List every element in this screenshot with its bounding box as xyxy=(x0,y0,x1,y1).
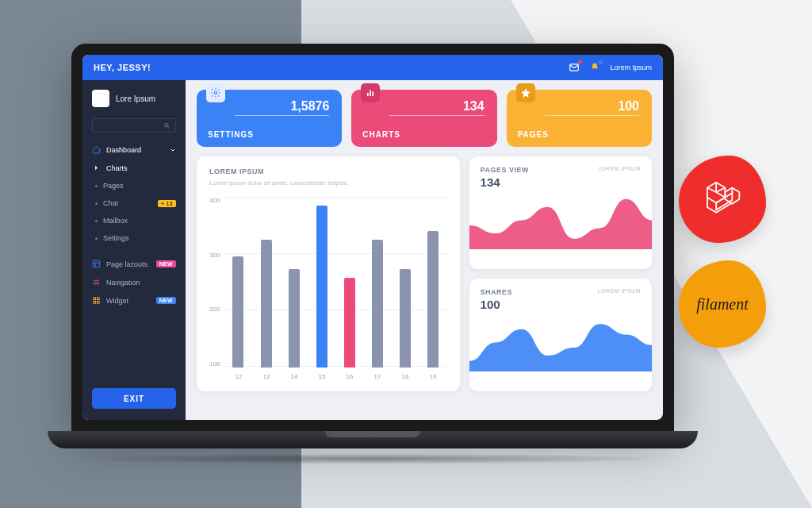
card-title: PAGES xyxy=(518,130,549,139)
sidebar: Lore Ipsum Dashboard Charts xyxy=(82,80,186,420)
new-badge: NEW xyxy=(156,297,176,304)
bar xyxy=(316,206,327,368)
mail-icon[interactable] xyxy=(569,62,580,73)
bar xyxy=(427,231,439,368)
topbar-user-label[interactable]: Lorem Ipsum xyxy=(610,64,652,71)
panel-value: 134 xyxy=(481,175,529,189)
chevron-right-icon xyxy=(92,164,101,172)
card-value: 100 xyxy=(618,99,639,114)
star-icon xyxy=(516,83,535,102)
new-badge: NEW xyxy=(156,260,176,267)
panel-meta: LOREM IPSUM xyxy=(597,166,641,171)
laravel-icon xyxy=(700,177,745,221)
stat-card-settings[interactable]: 1,5876SETTINGS xyxy=(197,90,342,147)
sidebar-item-widget[interactable]: Widget NEW xyxy=(82,291,186,310)
panel-title: LOREM IPSUM xyxy=(209,167,447,175)
search-input[interactable] xyxy=(92,118,176,133)
sidebar-item-chat[interactable]: Chat+ 13 xyxy=(82,194,186,212)
exit-button[interactable]: EXIT xyxy=(92,388,176,409)
topbar: HEY, JESSY! Lorem Ipsum xyxy=(82,55,663,80)
panel-title: SHARES xyxy=(481,288,513,296)
panel-value: 100 xyxy=(481,298,513,311)
card-value: 1,5876 xyxy=(290,99,329,114)
sidebar-item-charts[interactable]: Charts xyxy=(82,159,186,177)
bar xyxy=(372,240,383,368)
filament-label: filament xyxy=(696,295,749,314)
sidebar-item-settings[interactable]: Settings xyxy=(82,229,186,247)
main-content: 1,5876SETTINGS134CHARTS100PAGES LOREM IP… xyxy=(186,80,663,420)
bar xyxy=(261,240,272,368)
svg-rect-9 xyxy=(370,90,371,97)
card-title: CHARTS xyxy=(362,130,400,139)
bell-icon[interactable] xyxy=(589,62,600,73)
avatar xyxy=(92,90,109,107)
chart-bars: 1213141516171819 xyxy=(224,197,446,380)
panel-subtitle: Lorem ipsum dolor sit amet, consectetuer… xyxy=(209,179,447,187)
home-icon xyxy=(92,145,101,154)
sidebar-item-pages[interactable]: Pages xyxy=(82,177,186,194)
stat-card-pages[interactable]: 100PAGES xyxy=(507,90,652,147)
laptop-frame: HEY, JESSY! Lorem Ipsum Lore Ipsum xyxy=(71,44,674,464)
chat-badge: + 13 xyxy=(158,200,176,207)
svg-rect-5 xyxy=(94,301,96,303)
pages-view-panel: PAGES VIEW 134 LOREM IPSUM xyxy=(469,156,652,269)
svg-rect-8 xyxy=(367,93,369,96)
profile-name: Lore Ipsum xyxy=(116,94,155,103)
svg-rect-3 xyxy=(94,298,96,300)
sidebar-item-dashboard[interactable]: Dashboard xyxy=(82,140,186,159)
profile-block[interactable]: Lore Ipsum xyxy=(82,88,186,115)
bar xyxy=(289,269,300,368)
chart-x-axis: 1213141516171819 xyxy=(224,373,446,380)
bar xyxy=(344,278,355,368)
search-icon xyxy=(163,122,170,129)
chevron-down-icon xyxy=(170,147,176,153)
shares-panel: SHARES 100 LOREM IPSUM xyxy=(469,279,652,391)
panel-meta: LOREM IPSUM xyxy=(597,288,641,294)
layout-icon xyxy=(92,260,101,268)
greeting-text: HEY, JESSY! xyxy=(94,63,151,72)
area-chart-shares xyxy=(469,316,652,371)
card-value: 134 xyxy=(463,99,485,114)
card-title: SETTINGS xyxy=(208,130,254,139)
menu-icon xyxy=(92,278,101,287)
panel-title: PAGES VIEW xyxy=(481,166,529,174)
stat-card-charts[interactable]: 134CHARTS xyxy=(351,90,496,147)
sidebar-item-mailbox[interactable]: Mailbox xyxy=(82,212,186,229)
bar xyxy=(232,256,243,368)
grid-icon xyxy=(92,296,101,305)
sidebar-item-page-layouts[interactable]: Page lazouts NEW xyxy=(82,255,186,273)
svg-point-1 xyxy=(165,123,169,127)
bars-icon xyxy=(361,83,380,102)
svg-point-7 xyxy=(214,91,217,94)
bar-chart-panel: LOREM IPSUM Lorem ipsum dolor sit amet, … xyxy=(197,156,460,391)
svg-rect-2 xyxy=(93,260,99,267)
gear-icon xyxy=(206,83,225,102)
svg-rect-10 xyxy=(373,91,374,96)
svg-rect-6 xyxy=(97,301,99,303)
area-chart-pages xyxy=(469,194,652,249)
bar xyxy=(400,269,411,368)
sidebar-item-navigation[interactable]: Navigation xyxy=(82,273,186,291)
chart-y-axis: 400300200100 xyxy=(209,197,224,380)
svg-rect-4 xyxy=(97,298,99,300)
